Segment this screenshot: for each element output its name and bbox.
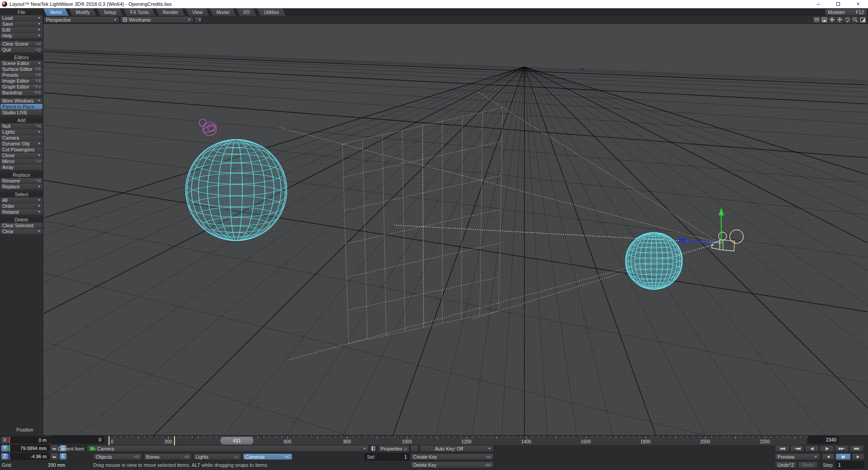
select-lights-button[interactable]: Lights+L	[193, 453, 241, 460]
axis-x-button[interactable]: X	[1, 437, 8, 443]
sidebar-item-lights[interactable]: Lights▼	[0, 129, 42, 135]
sidebar-item-quit[interactable]: Quit+Q	[0, 47, 42, 52]
go-start-button[interactable]: |◀◀	[775, 445, 789, 452]
timeline-slider-handle[interactable]: 431	[220, 437, 254, 445]
sidebar-item-help[interactable]: Help▼	[0, 33, 42, 38]
viewport-options-button[interactable]: ▼	[194, 16, 202, 23]
ruler-tick	[293, 436, 294, 437]
close-button[interactable]: ×	[848, 0, 868, 8]
sidebar-item-backdrop[interactable]: Backdrop^F5	[0, 90, 42, 95]
sidebar-item-parent-in-place[interactable]: Parent in Place	[0, 104, 42, 109]
sidebar-item-clone[interactable]: Clone▼	[0, 153, 42, 158]
sidebar-item-clear-scene[interactable]: Clear Scene+N	[0, 41, 42, 47]
ruler-tick	[514, 436, 514, 437]
current-item-dropdown[interactable]: Camera ▼	[87, 445, 369, 452]
pause-button[interactable]: ▮▮	[835, 453, 851, 460]
axis-y-button[interactable]: Y	[1, 445, 8, 451]
step-field[interactable]: 1	[835, 461, 864, 469]
sidebar-item-camera[interactable]: Camera	[0, 135, 42, 141]
item-list-button[interactable]	[370, 445, 377, 452]
axis-z-value-field[interactable]: -4.96 m	[10, 453, 49, 460]
tab-utilities[interactable]: Utilities	[257, 9, 286, 16]
create-key-button[interactable]: Create Key ret	[410, 453, 494, 460]
view-mode-dropdown[interactable]: Perspective ▼	[43, 16, 119, 23]
step-forward-button[interactable]: ||▶	[820, 445, 834, 452]
sidebar-item-save[interactable]: Save▼	[0, 21, 42, 27]
single-pane-icon[interactable]	[859, 17, 866, 23]
play-reverse-button[interactable]: ◀	[822, 453, 835, 460]
select-bones-button[interactable]: Bones+B	[143, 453, 192, 460]
sidebar-item-image-editor[interactable]: Image EditorF6	[0, 78, 42, 84]
tab-i-o[interactable]: I/O	[236, 9, 256, 16]
auto-key-dropdown[interactable]: Auto Key: Off ▼	[420, 445, 494, 452]
chevron-down-icon: ▼	[38, 153, 41, 158]
select-objects-button[interactable]: Objects+O	[93, 453, 142, 460]
preview-dropdown[interactable]: Preview ▼	[775, 453, 820, 460]
undo-button[interactable]: Undo^Z	[775, 461, 797, 468]
auto-key-toggle[interactable]	[410, 445, 419, 452]
move-view-icon[interactable]	[836, 17, 843, 23]
sidebar-item-graph-editor[interactable]: Graph Editor^F2	[0, 84, 42, 89]
sidebar-item-load[interactable]: Load▼	[0, 15, 42, 21]
tab-setup[interactable]: Setup	[97, 9, 123, 16]
sidebar-item-studio-live[interactable]: Studio LIVE	[0, 110, 42, 115]
axis-y-value-field[interactable]: 79.0894 mm	[10, 445, 49, 451]
properties-button[interactable]: Properties p	[378, 445, 410, 452]
start-frame-field[interactable]: 0	[51, 436, 104, 443]
tab-fx-tools[interactable]: FX Tools	[123, 9, 156, 16]
minimize-button[interactable]: –	[808, 0, 828, 8]
center-item-icon[interactable]	[829, 17, 835, 23]
ruler-tick	[562, 436, 562, 437]
sidebar-item-surface-editor[interactable]: Surface EditorF5	[0, 66, 42, 72]
tab-items[interactable]: Items	[43, 9, 69, 16]
ruler-tick	[491, 436, 491, 437]
chevron-down-icon: ▼	[38, 129, 41, 135]
axis-x-value-field[interactable]: 0 m	[10, 437, 49, 443]
axis-z-envelope-button[interactable]: E	[60, 453, 66, 460]
sidebar-item-cvt-powergons[interactable]: Cvt Powergons	[0, 147, 42, 152]
selection-count-field[interactable]: Sel: 1	[364, 453, 410, 461]
sidebar-item-clear-selected[interactable]: Clear Selected-	[0, 223, 42, 228]
tab-modify[interactable]: Modify	[69, 9, 97, 16]
maximize-button[interactable]	[828, 0, 848, 8]
sidebar-item-mirror[interactable]: Mirror+V	[0, 159, 42, 164]
next-key-button[interactable]: ▶▶+	[835, 445, 849, 452]
redo-button[interactable]: Redo	[798, 461, 818, 468]
axis-z-button[interactable]: Z	[1, 453, 8, 460]
sidebar-item-clear[interactable]: Clear▼	[0, 229, 42, 234]
delete-key-button[interactable]: Delete Key del	[410, 461, 494, 468]
tab-render[interactable]: Render	[156, 9, 185, 16]
sidebar-item-scene-editor[interactable]: Scene Editor▼	[0, 61, 42, 66]
save-layout-icon[interactable]	[821, 17, 828, 23]
sidebar-item-replace[interactable]: Replace▼	[0, 184, 42, 189]
sidebar-item-edit[interactable]: Edit▼	[0, 27, 42, 33]
ruler-tick	[269, 436, 270, 437]
render-mode-dropdown[interactable]: Wireframe ▼	[120, 16, 193, 23]
sidebar-item-dynamic-obj[interactable]: Dynamic Obj▼	[0, 141, 42, 146]
list-icon[interactable]	[813, 17, 820, 23]
sidebar-item-array[interactable]: Array	[0, 164, 42, 170]
sidebar-item-related[interactable]: Related▼	[0, 209, 42, 215]
ruler-tick	[723, 436, 723, 437]
play-forward-button[interactable]: ▶	[852, 453, 864, 460]
step-back-button[interactable]: ◀||	[805, 445, 819, 452]
tab-model[interactable]: Model	[210, 9, 236, 16]
tab-view[interactable]: View	[185, 9, 209, 16]
viewport-canvas[interactable]: +X	[43, 24, 868, 435]
sidebar-item-more-windows[interactable]: More Windows▼	[0, 98, 42, 103]
modeler-button[interactable]: Modeler F12	[825, 9, 867, 15]
sidebar-item-label: Lights	[2, 129, 15, 135]
sidebar-item-null[interactable]: Null^N	[0, 123, 42, 129]
sidebar-item-order[interactable]: Order▼	[0, 203, 42, 209]
timeline-ruler[interactable]: 0200400600800100012001400160018002000220…	[108, 436, 807, 445]
end-frame-field[interactable]: 2340	[808, 436, 839, 443]
axis-z-spinner[interactable]: ◀▶	[51, 453, 58, 460]
rotate-view-icon[interactable]	[844, 17, 851, 23]
go-end-button[interactable]: ▶▶|	[849, 445, 864, 452]
sidebar-item-presets[interactable]: PresetsF8	[0, 72, 42, 78]
prev-key-button[interactable]: +◀◀	[790, 445, 804, 452]
sidebar-item-all[interactable]: All▼	[0, 197, 42, 203]
zoom-view-icon[interactable]	[852, 17, 859, 23]
select-cameras-button[interactable]: Cameras+C	[243, 453, 292, 460]
sidebar-item-rename[interactable]: Rename*N	[0, 178, 42, 183]
